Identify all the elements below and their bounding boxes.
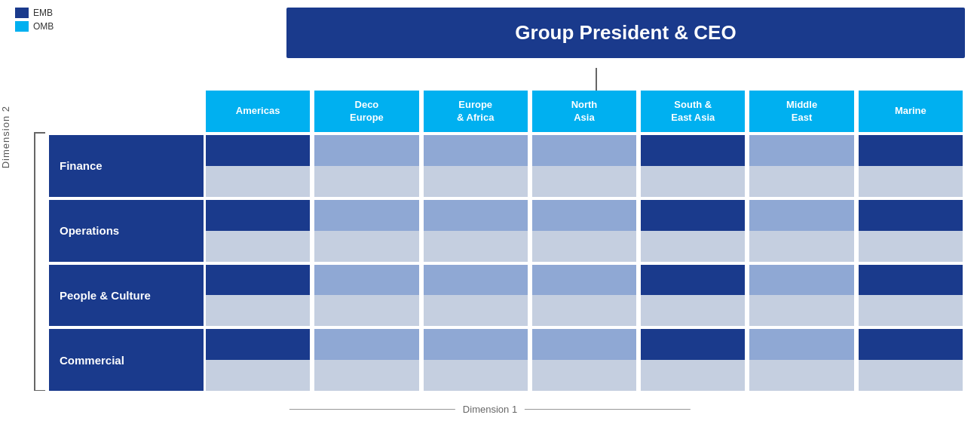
left-bracket <box>15 132 49 391</box>
omb-band-operations <box>204 231 965 262</box>
omb-color-box <box>15 21 29 32</box>
cell-finance-north-asia-omb <box>532 166 636 197</box>
cell-comm-europe-africa-omb <box>424 360 528 391</box>
main-layout: Americas DecoEurope Europe& Africa North… <box>15 68 965 391</box>
col-header-north-asia: NorthAsia <box>532 91 636 132</box>
col-header-americas: Americas <box>206 91 310 132</box>
row-label-finance: Finance <box>49 135 204 197</box>
row-operations: Operations <box>49 200 965 262</box>
cell-comm-americas-omb <box>206 360 310 391</box>
cell-comm-north-asia-omb <box>532 360 636 391</box>
omb-band-people-culture <box>204 295 965 326</box>
col-header-marine: Marine <box>859 91 963 132</box>
row-commercial: Commercial <box>49 329 965 391</box>
cell-finance-south-east-asia-omb <box>641 166 745 197</box>
cell-operations-middle-east-emb <box>749 200 853 231</box>
column-headers-row: Americas DecoEurope Europe& Africa North… <box>204 91 965 132</box>
cell-pc-marine-omb <box>859 295 963 326</box>
grid-content: Americas DecoEurope Europe& Africa North… <box>49 91 965 391</box>
row-grid-operations <box>204 200 965 262</box>
top-connector <box>226 68 965 91</box>
col-header-deco-europe: DecoEurope <box>314 91 418 132</box>
cell-finance-middle-east-emb <box>749 135 853 166</box>
cell-comm-south-east-asia-emb <box>641 329 745 360</box>
cell-pc-marine-emb <box>859 265 963 296</box>
cell-finance-americas-omb <box>206 166 310 197</box>
cell-pc-americas-emb <box>206 265 310 296</box>
cell-operations-deco-europe-emb <box>314 200 418 231</box>
row-grid-commercial <box>204 329 965 391</box>
cell-pc-europe-africa-omb <box>424 295 528 326</box>
cell-finance-deco-europe-emb <box>314 135 418 166</box>
ceo-box: Group President & CEO <box>286 8 965 58</box>
row-grid-finance <box>204 135 965 197</box>
cell-comm-marine-omb <box>859 360 963 391</box>
row-label-people-culture: People & Culture <box>49 265 204 327</box>
omb-band-commercial <box>204 360 965 391</box>
cell-operations-europe-africa-emb <box>424 200 528 231</box>
emb-band-operations <box>204 200 965 231</box>
cell-operations-north-asia-emb <box>532 200 636 231</box>
emb-band-people-culture <box>204 265 965 296</box>
emb-label: EMB <box>33 8 53 18</box>
bracket-vertical <box>34 132 35 391</box>
cell-finance-middle-east-omb <box>749 166 853 197</box>
dimension2-label: Dimension 2 <box>0 106 11 168</box>
cell-pc-americas-omb <box>206 295 310 326</box>
dimension1-label: Dimension 1 <box>463 404 517 415</box>
omb-band-finance <box>204 166 965 197</box>
cell-operations-south-east-asia-emb <box>641 200 745 231</box>
cell-finance-europe-africa-emb <box>424 135 528 166</box>
row-grid-people-culture <box>204 265 965 327</box>
bracket-bottom-tick <box>34 390 45 392</box>
cell-finance-marine-emb <box>859 135 963 166</box>
col-header-south-east-asia: South &East Asia <box>641 91 745 132</box>
cell-comm-middle-east-emb <box>749 329 853 360</box>
cell-comm-europe-africa-emb <box>424 329 528 360</box>
row-people-culture: People & Culture <box>49 265 965 327</box>
cell-operations-marine-emb <box>859 200 963 231</box>
cell-operations-europe-africa-omb <box>424 231 528 262</box>
cell-pc-north-asia-omb <box>532 295 636 326</box>
legend: EMB OMB <box>15 8 54 32</box>
cell-comm-deco-europe-emb <box>314 329 418 360</box>
main-container: EMB OMB Group President & CEO Dimension … <box>0 0 980 421</box>
cell-finance-europe-africa-omb <box>424 166 528 197</box>
cell-finance-north-asia-emb <box>532 135 636 166</box>
cell-pc-south-east-asia-omb <box>641 295 745 326</box>
cell-pc-middle-east-omb <box>749 295 853 326</box>
cell-pc-north-asia-emb <box>532 265 636 296</box>
col-header-middle-east: MiddleEast <box>749 91 853 132</box>
cell-operations-deco-europe-omb <box>314 231 418 262</box>
emb-color-box <box>15 8 29 18</box>
cell-pc-europe-africa-emb <box>424 265 528 296</box>
dim1-line-right <box>525 409 691 410</box>
cell-comm-south-east-asia-omb <box>641 360 745 391</box>
cell-operations-north-asia-omb <box>532 231 636 262</box>
cell-pc-deco-europe-emb <box>314 265 418 296</box>
cell-pc-south-east-asia-emb <box>641 265 745 296</box>
row-label-operations: Operations <box>49 200 204 262</box>
content-area: Americas DecoEurope Europe& Africa North… <box>15 91 965 391</box>
dim1-line-left <box>289 409 455 410</box>
cell-finance-americas-emb <box>206 135 310 166</box>
legend-emb: EMB <box>15 8 54 18</box>
cell-finance-deco-europe-omb <box>314 166 418 197</box>
cell-operations-americas-emb <box>206 200 310 231</box>
cell-pc-deco-europe-omb <box>314 295 418 326</box>
legend-omb: OMB <box>15 21 54 32</box>
data-rows: Finance <box>49 135 965 391</box>
cell-operations-south-east-asia-omb <box>641 231 745 262</box>
cell-comm-deco-europe-omb <box>314 360 418 391</box>
ceo-title: Group President & CEO <box>515 21 736 44</box>
dimension1-label-area: Dimension 1 <box>289 404 691 415</box>
row-label-commercial: Commercial <box>49 329 204 391</box>
cell-finance-marine-omb <box>859 166 963 197</box>
emb-band-commercial <box>204 329 965 360</box>
cell-comm-middle-east-omb <box>749 360 853 391</box>
cell-operations-americas-omb <box>206 231 310 262</box>
cell-finance-south-east-asia-emb <box>641 135 745 166</box>
cell-operations-middle-east-omb <box>749 231 853 262</box>
row-finance: Finance <box>49 135 965 197</box>
col-header-europe-africa: Europe& Africa <box>424 91 528 132</box>
